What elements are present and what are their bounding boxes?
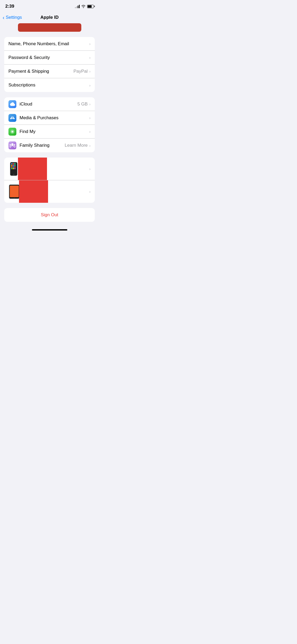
family-icon [8, 141, 16, 149]
nav-bar: ‹ Settings Apple ID [0, 12, 99, 23]
home-bar [32, 229, 67, 231]
iphone-device-row[interactable]: › [4, 158, 95, 180]
signal-icon [75, 4, 80, 8]
profile-banner [18, 23, 81, 32]
wifi-icon [81, 5, 86, 8]
services-settings-group: iCloud 5 GB › A Media & Purchases › [4, 97, 95, 152]
svg-point-6 [14, 144, 15, 146]
sign-out-button[interactable]: Sign Out [4, 208, 95, 222]
svg-text:A: A [11, 116, 14, 120]
ipad-device-icon [8, 183, 20, 200]
svg-rect-18 [11, 168, 12, 169]
svg-rect-20 [14, 168, 16, 169]
svg-rect-13 [13, 165, 14, 166]
icloud-row[interactable]: iCloud 5 GB › [4, 97, 95, 111]
ipad-device-row[interactable]: › [4, 180, 95, 203]
svg-point-21 [13, 174, 14, 175]
content-area: Name, Phone Numbers, Email › Password & … [0, 23, 99, 243]
home-indicator [0, 227, 99, 233]
icloud-icon [8, 100, 16, 108]
svg-point-3 [12, 131, 13, 132]
iphone-device-icon [8, 160, 19, 177]
findmy-icon [8, 128, 16, 136]
svg-rect-19 [13, 168, 14, 169]
appstore-icon: A [8, 114, 16, 122]
back-button[interactable]: ‹ Settings [3, 15, 22, 21]
back-chevron-icon: ‹ [3, 15, 4, 21]
chevron-icon: › [89, 129, 91, 134]
name-phone-email-row[interactable]: Name, Phone Numbers, Email › [4, 37, 95, 51]
chevron-icon: › [89, 55, 91, 60]
payment-shipping-row[interactable]: Payment & Shipping PayPal › [4, 65, 95, 78]
chevron-icon: › [89, 116, 91, 120]
svg-rect-12 [11, 165, 12, 166]
back-label: Settings [6, 15, 22, 20]
chevron-icon: › [89, 189, 91, 194]
password-security-row[interactable]: Password & Security › [4, 51, 95, 65]
svg-rect-9 [11, 163, 12, 164]
chevron-icon: › [89, 83, 91, 88]
svg-point-4 [11, 143, 13, 145]
svg-rect-11 [14, 163, 16, 164]
profile-banner-container [0, 23, 99, 32]
family-sharing-row[interactable]: Family Sharing Learn More › [4, 139, 95, 152]
account-settings-group: Name, Phone Numbers, Email › Password & … [4, 37, 95, 92]
chevron-icon: › [89, 102, 91, 106]
chevron-icon: › [89, 42, 91, 46]
chevron-icon: › [89, 69, 91, 73]
devices-settings-group: › › [4, 158, 95, 203]
svg-point-25 [14, 197, 15, 198]
svg-point-5 [10, 144, 11, 146]
battery-icon [87, 5, 94, 8]
status-bar: 2:39 [0, 0, 99, 12]
media-purchases-row[interactable]: A Media & Purchases › [4, 111, 95, 125]
svg-rect-15 [11, 166, 12, 168]
subscriptions-row[interactable]: Subscriptions › [4, 78, 95, 92]
svg-rect-16 [13, 166, 14, 168]
status-time: 2:39 [5, 4, 14, 9]
status-icons [75, 4, 94, 8]
find-my-row[interactable]: Find My › [4, 125, 95, 139]
svg-rect-10 [13, 163, 14, 164]
svg-rect-17 [14, 166, 16, 168]
svg-rect-24 [10, 186, 18, 197]
chevron-icon: › [89, 167, 91, 171]
sign-out-group: Sign Out [4, 208, 95, 222]
chevron-icon: › [89, 143, 91, 148]
svg-rect-14 [14, 165, 16, 166]
page-title: Apple ID [40, 15, 59, 20]
